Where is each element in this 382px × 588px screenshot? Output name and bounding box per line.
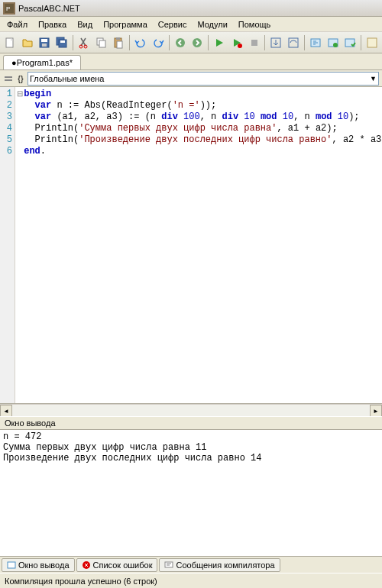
menu-file[interactable]: Файл: [2, 18, 33, 31]
output-header: Окно вывода: [0, 416, 382, 430]
scope-dropdown[interactable]: Глобальные имена ▼: [28, 72, 379, 86]
scope-bar: {} Глобальные имена ▼: [0, 70, 382, 87]
tab-label: Сообщения компилятора: [176, 561, 274, 570]
app-icon: P: [3, 2, 15, 15]
braces-icon: {}: [15, 73, 26, 84]
forward-button[interactable]: [189, 34, 206, 51]
code-area[interactable]: begin var n := Abs(ReadInteger('n =')); …: [15, 87, 382, 403]
tabbar: ●Program1.pas*: [0, 53, 382, 70]
fold-icon[interactable]: ⊟: [17, 89, 23, 98]
bottom-tabbar: Окно вывода Список ошибок Сообщения комп…: [0, 556, 382, 573]
menu-program[interactable]: Программа: [98, 18, 153, 31]
status-text: Компиляция прошла успешно (6 строк): [5, 577, 157, 586]
titlebar: P PascalABC.NET: [0, 0, 382, 17]
menu-help[interactable]: Помощь: [233, 18, 277, 31]
menubar: Файл Правка Вид Программа Сервис Модули …: [0, 17, 382, 32]
toolbar-separator: [304, 35, 305, 50]
options-button[interactable]: [364, 34, 380, 51]
toolbar-separator: [73, 35, 73, 50]
svg-rect-15: [117, 41, 122, 48]
compile-button[interactable]: [307, 34, 324, 51]
step-into-button[interactable]: [267, 34, 284, 51]
toolbar-separator: [169, 35, 170, 50]
cut-button[interactable]: [76, 34, 92, 51]
line-num: 5: [0, 134, 12, 146]
svg-text:P: P: [6, 5, 10, 12]
tab-label: Список ошибок: [93, 561, 153, 570]
new-file-button[interactable]: [2, 34, 18, 51]
tab-errors[interactable]: Список ошибок: [76, 558, 158, 572]
line-num: 4: [0, 123, 12, 134]
scroll-track[interactable]: [12, 405, 370, 416]
stop-button[interactable]: [246, 34, 263, 51]
toolbar-separator: [361, 35, 361, 50]
svg-rect-26: [367, 38, 377, 47]
menu-service[interactable]: Сервис: [153, 18, 193, 31]
svg-point-24: [333, 43, 338, 47]
undo-button[interactable]: [132, 34, 149, 51]
svg-rect-14: [116, 37, 120, 40]
svg-rect-12: [99, 40, 105, 47]
save-button[interactable]: [37, 34, 53, 51]
redo-button[interactable]: [150, 34, 167, 51]
statusbar: Компиляция прошла успешно (6 строк): [0, 573, 382, 588]
menu-edit[interactable]: Правка: [33, 18, 72, 31]
horizontal-scrollbar[interactable]: ◄ ►: [0, 404, 382, 416]
tab-output[interactable]: Окно вывода: [2, 558, 75, 572]
open-file-button[interactable]: [19, 34, 36, 51]
save-all-button[interactable]: [53, 34, 70, 51]
run-button[interactable]: [211, 34, 228, 51]
tab-active[interactable]: ●Program1.pas*: [3, 55, 81, 69]
line-num: 2: [0, 100, 12, 111]
run-debug-button[interactable]: [228, 34, 245, 51]
menu-modules[interactable]: Модули: [192, 18, 232, 31]
output-icon: [7, 561, 16, 570]
svg-point-16: [176, 38, 185, 47]
svg-rect-5: [42, 44, 47, 47]
tab-label: Окно вывода: [18, 561, 70, 570]
toolbar-separator: [129, 35, 130, 50]
messages-icon: [164, 561, 173, 570]
back-button[interactable]: [172, 34, 189, 51]
svg-rect-4: [41, 39, 47, 42]
line-num: 1: [0, 89, 12, 100]
step-over-button[interactable]: [285, 34, 302, 51]
build-button[interactable]: [325, 34, 342, 51]
check-button[interactable]: [342, 34, 358, 51]
error-icon: [82, 561, 91, 570]
chevron-down-icon: ▼: [370, 75, 377, 82]
tab-messages[interactable]: Сообщения компилятора: [159, 558, 280, 572]
paste-button[interactable]: [110, 34, 127, 51]
svg-rect-8: [60, 40, 65, 43]
scroll-right-button[interactable]: ►: [370, 405, 382, 417]
scope-label: Глобальные имена: [30, 74, 105, 83]
svg-rect-27: [5, 76, 12, 78]
output-panel[interactable]: n = 472 Сумма первых двух цифр числа рав…: [0, 430, 382, 556]
line-num: 6: [0, 146, 12, 157]
editor[interactable]: 1 2 3 4 5 6 ⊟ begin var n := Abs(ReadInt…: [0, 87, 382, 404]
scroll-left-button[interactable]: ◄: [0, 405, 12, 417]
scope-icon: [3, 73, 14, 84]
svg-rect-28: [5, 79, 12, 81]
svg-point-17: [193, 38, 202, 47]
svg-rect-19: [251, 40, 257, 46]
line-gutter: 1 2 3 4 5 6: [0, 87, 15, 403]
toolbar: [0, 32, 382, 53]
svg-point-18: [238, 44, 242, 48]
toolbar-separator: [208, 35, 209, 50]
toolbar-separator: [264, 35, 265, 50]
copy-button[interactable]: [93, 34, 110, 51]
menu-view[interactable]: Вид: [72, 18, 98, 31]
window-title: PascalABC.NET: [18, 4, 80, 13]
line-num: 3: [0, 111, 12, 123]
svg-rect-29: [8, 562, 15, 568]
